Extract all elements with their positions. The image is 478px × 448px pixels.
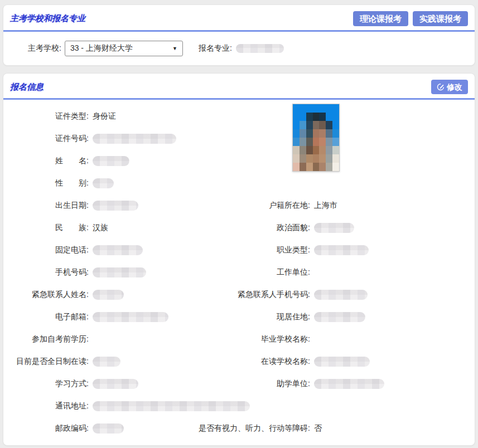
photo-pixel bbox=[326, 121, 332, 129]
photo-pixel bbox=[319, 146, 326, 154]
form-row: 固定电话:职业类型: bbox=[8, 239, 470, 261]
form-row: 紧急联系人姓名:紧急联系人手机号码: bbox=[8, 284, 470, 306]
photo-pixel bbox=[300, 138, 306, 146]
photo-pixel bbox=[293, 104, 300, 113]
photo-pixel bbox=[306, 163, 313, 171]
chevron-down-icon: ▼ bbox=[172, 46, 177, 51]
form-cell-left: 邮政编码: bbox=[8, 423, 187, 434]
form-row: 学习方式:助学单位: bbox=[8, 373, 470, 395]
photo-pixel bbox=[306, 104, 313, 113]
form-cell-left: 学习方式: bbox=[8, 379, 187, 389]
redacted-value bbox=[93, 201, 138, 211]
form-cell-left: 目前是否全日制在读: bbox=[8, 357, 187, 367]
redacted-value bbox=[93, 245, 143, 255]
field-label: 电子邮箱: bbox=[8, 312, 89, 322]
photo-pixel bbox=[300, 146, 306, 154]
photo-pixel bbox=[313, 104, 320, 113]
form-row: 出生日期:户籍所在地:上海市 bbox=[8, 194, 470, 217]
form-row: 手机号码:工作单位: bbox=[8, 261, 470, 284]
form-cell-left: 固定电话: bbox=[8, 245, 187, 255]
edit-icon bbox=[437, 83, 445, 91]
id-photo bbox=[292, 104, 340, 172]
field-label: 目前是否全日制在读: bbox=[8, 357, 89, 367]
field-label: 证件类型: bbox=[8, 111, 89, 121]
photo-pixel bbox=[300, 121, 306, 129]
photo-pixel bbox=[319, 104, 326, 113]
photo-pixel bbox=[319, 138, 326, 146]
field-value: 否 bbox=[314, 423, 322, 434]
field-label: 通讯地址: bbox=[8, 401, 89, 411]
form-row: 目前是否全日制在读:在读学校名称: bbox=[8, 350, 470, 373]
theory-course-register-button[interactable]: 理论课报考 bbox=[353, 11, 408, 26]
photo-pixel bbox=[326, 163, 332, 171]
field-label: 现居住地: bbox=[187, 312, 310, 322]
field-label: 邮政编码: bbox=[8, 423, 89, 434]
form-cell-right: 工作单位: bbox=[187, 267, 470, 277]
form-cell-left: 性 别: bbox=[8, 178, 187, 188]
photo-pixel bbox=[293, 121, 300, 129]
photo-pixel bbox=[300, 113, 306, 121]
page: 主考学校和报名专业 理论课报考 实践课报考 主考学校: 33 - 上海财经大学 … bbox=[0, 0, 478, 448]
field-label: 参加自考前学历: bbox=[8, 334, 89, 344]
photo-pixel bbox=[332, 113, 339, 121]
school-major-title: 主考学校和报名专业 bbox=[10, 13, 85, 24]
form-cell-left: 紧急联系人姓名: bbox=[8, 290, 187, 300]
photo-pixel bbox=[319, 163, 326, 171]
form-cell-left: 电子邮箱: bbox=[8, 312, 187, 322]
photo-pixel bbox=[332, 154, 339, 163]
field-label: 在读学校名称: bbox=[187, 357, 310, 367]
practice-course-register-button[interactable]: 实践课报考 bbox=[413, 11, 468, 26]
photo-pixel bbox=[306, 113, 313, 121]
registration-info-header: 报名信息 修改 bbox=[3, 74, 475, 100]
form-cell-right: 户籍所在地:上海市 bbox=[187, 201, 470, 211]
form-cell-right: 在读学校名称: bbox=[187, 357, 470, 367]
form-cell-right: 是否有视力、听力、行动等障碍:否 bbox=[187, 423, 470, 434]
redacted-value bbox=[93, 156, 129, 166]
photo-pixel bbox=[300, 163, 306, 171]
field-label: 出生日期: bbox=[8, 201, 89, 211]
form-cell-right: 毕业学校名称: bbox=[187, 334, 470, 344]
redacted-value bbox=[93, 267, 146, 277]
field-label: 职业类型: bbox=[187, 245, 310, 255]
field-label: 助学单位: bbox=[187, 379, 310, 389]
photo-pixel bbox=[306, 154, 313, 163]
field-value: 上海市 bbox=[314, 201, 337, 211]
photo-pixel bbox=[326, 129, 332, 138]
form-row: 证件号码: bbox=[8, 128, 470, 150]
form-row: 性 别: bbox=[8, 172, 470, 194]
photo-pixel bbox=[326, 104, 332, 113]
form-row: 参加自考前学历:毕业学校名称: bbox=[8, 328, 470, 350]
field-label: 政治面貌: bbox=[187, 223, 310, 233]
redacted-value bbox=[314, 290, 368, 300]
photo-pixel bbox=[313, 163, 320, 171]
photo-pixel bbox=[332, 121, 339, 129]
photo-pixel bbox=[319, 113, 326, 121]
form-cell-right: 政治面貌: bbox=[187, 223, 470, 233]
redacted-value bbox=[93, 379, 138, 389]
field-label: 是否有视力、听力、行动等障碍: bbox=[187, 423, 310, 434]
school-major-body: 主考学校: 33 - 上海财经大学 ▼ 报名专业: bbox=[3, 32, 475, 65]
redacted-value bbox=[314, 245, 369, 255]
edit-button[interactable]: 修改 bbox=[431, 80, 468, 94]
form-cell-right: 职业类型: bbox=[187, 245, 470, 255]
field-label: 毕业学校名称: bbox=[187, 334, 310, 344]
photo-pixel bbox=[313, 154, 320, 163]
school-label: 主考学校: bbox=[28, 43, 61, 53]
school-major-header: 主考学校和报名专业 理论课报考 实践课报考 bbox=[3, 5, 475, 32]
field-label: 手机号码: bbox=[8, 267, 89, 277]
field-value: 汉族 bbox=[93, 223, 108, 233]
field-label: 紧急联系人手机号码: bbox=[187, 290, 310, 300]
photo-pixel bbox=[300, 104, 306, 113]
redacted-value bbox=[93, 290, 124, 300]
form-cell-left: 证件类型:身份证 bbox=[8, 111, 187, 121]
school-select-value: 33 - 上海财经大学 bbox=[70, 43, 133, 53]
form-cell-left: 手机号码: bbox=[8, 267, 187, 277]
photo-pixel bbox=[293, 129, 300, 138]
form-row: 邮政编码:是否有视力、听力、行动等障碍:否 bbox=[8, 417, 470, 440]
redacted-value bbox=[93, 134, 176, 144]
redacted-value bbox=[314, 357, 370, 367]
field-label: 民 族: bbox=[8, 223, 89, 233]
registration-info-panel: 报名信息 修改 证件类型:身份证证件号码:姓 名:性 别:出生日期:户籍所在地:… bbox=[3, 73, 475, 446]
school-select[interactable]: 33 - 上海财经大学 ▼ bbox=[65, 41, 183, 56]
form-row: 证件类型:身份证 bbox=[8, 105, 470, 128]
